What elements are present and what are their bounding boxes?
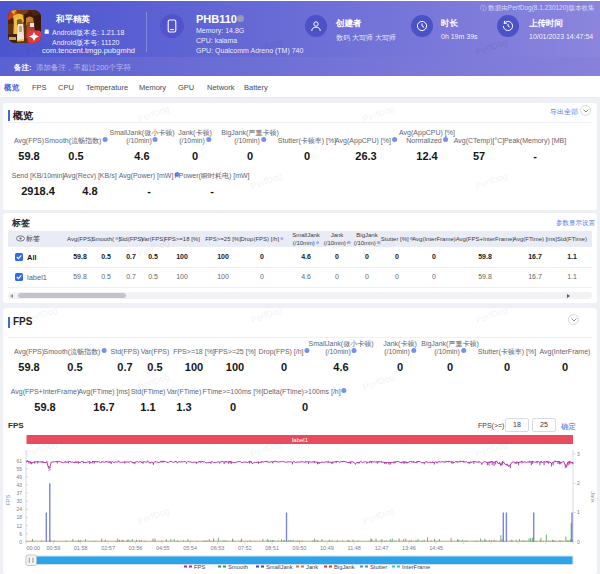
- svg-text:1: 1: [577, 509, 580, 515]
- svg-text:06:53: 06:53: [211, 545, 225, 551]
- svg-text:10:49: 10:49: [320, 545, 334, 551]
- svg-text:Stutter: Stutter: [370, 564, 387, 570]
- svg-text:SmallJank: SmallJank: [266, 564, 293, 570]
- svg-text:InterFrame: InterFrame: [402, 564, 430, 570]
- svg-text:0: 0: [577, 539, 580, 545]
- svg-text:08:51: 08:51: [265, 545, 279, 551]
- svg-text:FPS: FPS: [5, 494, 11, 505]
- svg-text:6: 6: [19, 531, 22, 537]
- svg-text:07:52: 07:52: [238, 545, 252, 551]
- svg-text:Smooth: Smooth: [228, 564, 248, 570]
- svg-text:01:58: 01:58: [74, 545, 88, 551]
- svg-text:49: 49: [16, 474, 22, 480]
- svg-text:43: 43: [16, 482, 22, 488]
- svg-text:12: 12: [16, 523, 22, 529]
- svg-text:14:45: 14:45: [429, 545, 443, 551]
- svg-text:18: 18: [16, 514, 22, 520]
- svg-text:3: 3: [577, 451, 580, 457]
- svg-text:FPS: FPS: [194, 564, 205, 570]
- svg-text:05:54: 05:54: [183, 545, 197, 551]
- svg-text:03:56: 03:56: [129, 545, 143, 551]
- svg-text:label1: label1: [292, 437, 309, 443]
- svg-text:00:59: 00:59: [47, 545, 61, 551]
- svg-text:24: 24: [16, 506, 22, 512]
- svg-text:12:47: 12:47: [375, 545, 389, 551]
- svg-text:Jank: Jank: [590, 491, 596, 503]
- svg-text:00:00: 00:00: [26, 545, 40, 551]
- svg-text:37: 37: [16, 490, 22, 496]
- svg-text:0: 0: [19, 539, 22, 545]
- svg-text:55: 55: [16, 466, 22, 472]
- svg-text:04:55: 04:55: [156, 545, 170, 551]
- svg-text:02:57: 02:57: [101, 545, 115, 551]
- svg-text:2: 2: [577, 480, 580, 486]
- svg-text:Jank: Jank: [306, 564, 318, 570]
- svg-text:11:48: 11:48: [348, 545, 361, 551]
- svg-text:09:50: 09:50: [293, 545, 307, 551]
- svg-text:13:46: 13:46: [402, 545, 416, 551]
- svg-text:30: 30: [16, 498, 22, 504]
- svg-text:61: 61: [16, 458, 22, 464]
- svg-text:BigJank: BigJank: [334, 564, 355, 570]
